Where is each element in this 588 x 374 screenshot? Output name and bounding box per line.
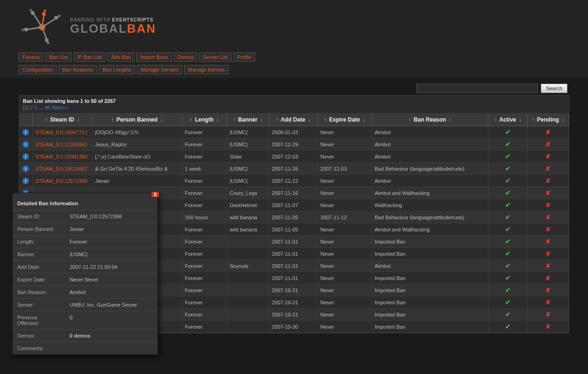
nav-forums[interactable]: Forums [19,52,43,62]
nav-configuration[interactable]: Configuration [19,65,57,74]
nav-import-bans[interactable]: Import Bans [136,52,172,62]
person-cell: Jeearr [92,175,182,187]
expire-cell: Never [317,126,372,138]
add-date-cell: 2007-11-07 [269,199,317,211]
pending-cell: ✘ [528,236,569,248]
banner-cell: Soynuts [227,260,269,272]
reason-cell: Aimbot [372,151,488,163]
col-person-banned[interactable]: ↑ Person Banned ↓ [92,114,182,126]
add-date-cell: 2007-12-29 [269,138,317,151]
svg-point-6 [22,29,24,31]
info-icon[interactable]: i [22,178,29,184]
pending-cell: ✘ [528,284,569,296]
nav-ban-reasons[interactable]: Ban Reasons [58,65,97,74]
nav-ip-ban-list[interactable]: IP Ban List [73,52,106,62]
col-pending[interactable]: ↑ Pending ↓ [528,114,569,126]
pending-cell: ✘ [528,309,569,321]
popup-label: Banner: [13,248,65,261]
nav-manage-servers[interactable]: Manage Servers [137,65,182,74]
table-row: iSTEAM_0:0:15511667& Go GeTta 4:20 #Seri… [19,163,569,175]
page-3-link[interactable]: 3 [34,105,37,110]
pending-cell: ✘ [528,138,569,151]
popup-value: Never Never [65,273,158,286]
length-cell: Forever [182,236,227,248]
nav-demos[interactable]: Demos [174,52,198,62]
svg-point-1 [31,11,35,15]
check-icon: ✔ [505,323,510,330]
pending-cell: ✘ [528,211,569,223]
page-last-link[interactable]: 46 [44,105,50,110]
list-title: Ban List showing bans 1 to 50 of 2267 [23,98,565,104]
reason-cell: Imported Ban [372,284,488,296]
banner-cell: |USMC| [227,163,269,175]
popup-value: Aimbot [65,286,158,299]
popup-value: Forever [65,236,158,248]
info-icon[interactable]: i [22,165,29,172]
reason-cell: Bad Behaviour (language/attitude/rude) [372,211,488,223]
page-2-link[interactable]: 2 [30,105,33,110]
length-cell: Forever [182,260,227,272]
cross-icon: ✘ [545,238,551,245]
info-icon[interactable]: i [22,129,29,136]
add-date-cell: 2007-11-01 [269,260,317,272]
check-icon: ✔ [505,153,510,160]
add-date-cell: 2008-01-03 [269,126,317,138]
close-icon[interactable]: X [151,191,159,198]
nav-add-ban[interactable]: Add Ban [108,52,135,62]
add-date-cell: 2007-11-26 [269,163,317,175]
steam-id-link[interactable]: STEAM_0:0:16047711 [36,129,87,135]
popup-value: STEAM_0:0:12572398 [65,210,158,223]
popup-row: Add Date:2007-11-22 21:50:04 [13,261,158,273]
cross-icon: ✘ [545,153,551,160]
active-cell: ✔ [488,211,528,223]
add-date-cell: 2007-11-01 [269,236,317,248]
active-cell: ✔ [488,321,528,333]
length-cell: Forever [182,272,227,284]
reason-cell: Aimbot [372,138,488,151]
pending-cell: ✘ [528,163,569,175]
popup-row: Length:Forever [13,236,158,248]
steam-id-link[interactable]: STEAM_0:1:10301390 [36,154,87,159]
svg-point-4 [58,14,61,17]
nav-manage-admins[interactable]: Manage Admins [184,65,229,74]
steam-id-link[interactable]: STEAM_0:1:12356841 [36,142,87,147]
add-date-cell: 2007-10-30 [269,321,317,333]
col-active[interactable]: ↑ Active ↓ [488,114,528,126]
info-icon[interactable]: i [22,153,29,160]
col-banner[interactable]: ↑ Banner ↓ [227,114,269,126]
col-add-date[interactable]: ↑ Add Date ↓ [269,114,317,126]
reason-cell: Imported Ban [372,309,488,321]
length-cell: Forever [182,309,227,321]
col-steam-id[interactable]: ↑ Steam ID ↓ [32,114,92,126]
nav-profile[interactable]: Profile [233,52,255,62]
banner-cell: wild banana [227,211,269,223]
search-bar: Search [0,78,588,95]
search-button[interactable]: Search [541,84,567,93]
nav-server-list[interactable]: Server List [199,52,231,62]
check-icon: ✔ [505,287,510,294]
pending-cell: ✘ [528,296,569,309]
col-ban-reason[interactable]: ↑ Ban Reason ↓ [372,114,488,126]
nav-row-2: ConfigurationBan ReasonsBan LengthsManag… [19,64,569,75]
check-icon: ✔ [505,177,510,184]
person-cell: Jesus_Raptor [92,138,182,151]
popup-label: Expire Date: [13,273,65,286]
reason-cell: Aimbot [372,175,488,187]
steam-id-link[interactable]: STEAM_0:0:12572398 [36,178,87,184]
cross-icon: ✘ [545,201,551,209]
info-icon[interactable]: i [22,141,29,148]
table-row: iSTEAM_0:0:16047711jOOjOO #t0gy/ \\'/\\F… [19,126,569,138]
active-cell: ✔ [488,296,528,309]
person-cell: & Go GeTta 4:20 #SeriousBiz & [92,163,182,175]
svg-point-5 [24,28,28,31]
col-length[interactable]: ↑ Length ↓ [182,114,227,126]
add-date-cell: 2007-10-31 [269,284,317,296]
steam-id-link[interactable]: STEAM_0:0:15511667 [36,166,87,172]
nav-ban-lengths[interactable]: Ban Lengths [99,65,135,74]
expire-cell: Never [317,187,372,199]
search-input[interactable] [416,84,538,93]
nav-ban-list[interactable]: Ban List [45,52,72,62]
col-expire-date[interactable]: ↑ Expire Date ↓ [317,114,372,126]
banner-cell: wild banana [227,223,269,236]
page-next-link[interactable]: Next>> [51,105,68,110]
